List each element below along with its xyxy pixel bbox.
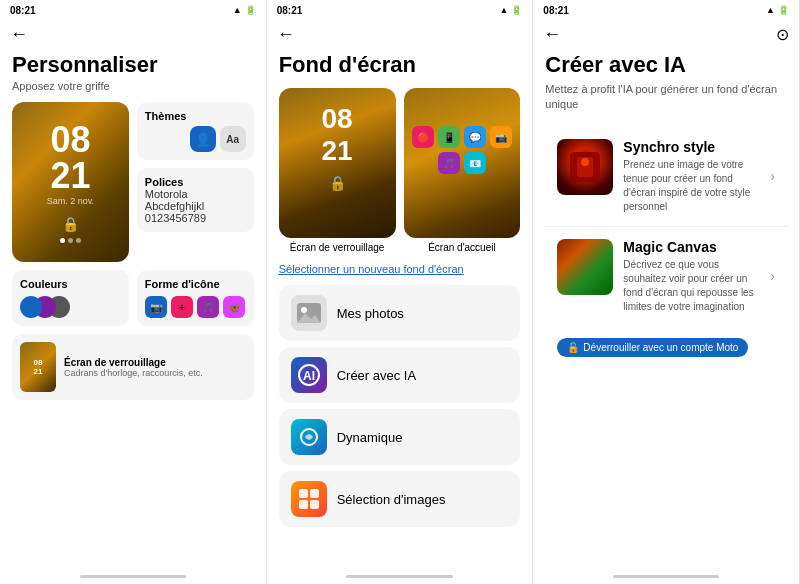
ia-img1-bg [557, 139, 613, 195]
time-3: 08:21 [543, 5, 569, 16]
app-1: 🔴 [412, 126, 434, 148]
theme-person-icon: 👤 [190, 126, 216, 152]
ia-image-synchro [557, 139, 613, 195]
battery-icon-2: 🔋 [511, 5, 522, 15]
app-icon-4: 🦋 [223, 296, 245, 318]
home-indicator-2 [346, 575, 452, 578]
couleurs-card[interactable]: Couleurs [12, 270, 129, 326]
status-bar-2: 08:21 ▲ 🔋 [267, 0, 533, 20]
ia-synchro-desc: Prenez une image de votre tenue pour cré… [623, 158, 760, 214]
circle-blue [20, 296, 42, 318]
wp-preview-lock[interactable]: 0821 🔒 [279, 88, 396, 238]
right-options: Thèmes 👤 Aa Polices Motorola Abcdefghijk… [137, 102, 254, 262]
svg-rect-6 [299, 489, 308, 498]
wp-home-container: 🔴 📱 💬 📷 🎵 📧 Écran d'accueil [404, 88, 521, 253]
back-button-2[interactable]: ← [277, 24, 295, 45]
wp-label-1: Écran de verrouillage [279, 242, 396, 253]
dot [68, 238, 73, 243]
battery-icon-3: 🔋 [778, 5, 789, 15]
app-5: 🎵 [438, 152, 460, 174]
polices-sample1: Motorola [145, 188, 246, 200]
panel1-title: Personnaliser [12, 52, 254, 78]
wp-preview-home[interactable]: 🔴 📱 💬 📷 🎵 📧 [404, 88, 521, 238]
panel3-content: Créer avec IA Mettez à profit l'IA pour … [533, 52, 799, 569]
themes-label: Thèmes [145, 110, 246, 122]
menu-icon-selection [291, 481, 327, 517]
status-icons-1: ▲ 🔋 [233, 5, 256, 15]
phone-date: Sam. 2 nov. [47, 196, 94, 206]
panel1-content: Personnaliser Apposez votre griffe 0821 … [0, 52, 266, 569]
home-indicator-3 [613, 575, 719, 578]
menu-item-photos[interactable]: Mes photos [279, 285, 521, 341]
menu-label-photos: Mes photos [337, 306, 404, 321]
themes-card[interactable]: Thèmes 👤 Aa [137, 102, 254, 160]
icone-card[interactable]: Forme d'icône 📷 + 🎵 🦋 [137, 270, 254, 326]
ia-synchro-text: Synchro style Prenez une image de votre … [623, 139, 760, 214]
back-button-1[interactable]: ← [10, 24, 28, 45]
app-icon-1: 📷 [145, 296, 167, 318]
svg-rect-9 [310, 500, 319, 509]
ecran-card-text: Écran de verrouillage Cadrans d'horloge,… [64, 357, 246, 378]
time-2: 08:21 [277, 5, 303, 16]
select-link[interactable]: Sélectionner un nouveau fond d'écran [279, 263, 521, 275]
phone-dots [60, 238, 81, 243]
home-indicator-1 [80, 575, 186, 578]
polices-sample2: Abcdefghijkl [145, 200, 246, 212]
ia-card-magic[interactable]: Magic Canvas Décrivez ce que vous souhai… [545, 227, 787, 369]
svg-rect-7 [310, 489, 319, 498]
chevron-icon-1: › [770, 168, 775, 184]
back-button-3[interactable]: ← [543, 24, 561, 45]
icone-label: Forme d'icône [145, 278, 246, 290]
ia-synchro-title: Synchro style [623, 139, 760, 155]
menu-item-selection[interactable]: Sélection d'images [279, 471, 521, 527]
profile-button[interactable]: ⊙ [776, 25, 789, 44]
panel-personnaliser: 08:21 ▲ 🔋 ← Personnaliser Apposez votre … [0, 0, 267, 584]
menu-label-dynamic: Dynamique [337, 430, 403, 445]
app-icon-2: + [171, 296, 193, 318]
theme-aa-icon: Aa [220, 126, 246, 152]
panel2-content: Fond d'écran 0821 🔒 Écran de verrouillag… [267, 52, 533, 569]
menu-icon-photos [291, 295, 327, 331]
menu-icon-dynamic [291, 419, 327, 455]
menu-label-selection: Sélection d'images [337, 492, 446, 507]
couleurs-circles [20, 296, 121, 318]
bottom-grid: Couleurs Forme d'icône 📷 + 🎵 🦋 [12, 270, 254, 326]
themes-icons: 👤 Aa [145, 126, 246, 152]
ia-img2-bg [557, 239, 613, 295]
ecran-card[interactable]: 0821 Écran de verrouillage Cadrans d'hor… [12, 334, 254, 400]
panel1-main-grid: 0821 Sam. 2 nov. 🔒 Thèmes 👤 Aa [12, 102, 254, 262]
signal-icon: ▲ [233, 5, 242, 15]
ecran-mini-time: 0821 [34, 358, 43, 376]
phone-preview[interactable]: 0821 Sam. 2 nov. 🔒 [12, 102, 129, 262]
wp-lock-time: 0821 [279, 103, 396, 167]
header-3: ← ⊙ [533, 20, 799, 52]
svg-rect-8 [299, 500, 308, 509]
ia-image-magic [557, 239, 613, 295]
menu-item-dynamic[interactable]: Dynamique [279, 409, 521, 465]
ia-card-synchro[interactable]: Synchro style Prenez une image de votre … [545, 127, 787, 227]
unlock-button[interactable]: 🔓 Déverrouiller avec un compte Moto [557, 338, 748, 357]
polices-card[interactable]: Polices Motorola Abcdefghijkl 0123456789 [137, 168, 254, 232]
battery-icon: 🔋 [245, 5, 256, 15]
wallpaper-previews: 0821 🔒 Écran de verrouillage 🔴 📱 💬 📷 🎵 📧 [279, 88, 521, 253]
menu-item-ia[interactable]: AI Créer avec IA [279, 347, 521, 403]
app-4: 📷 [490, 126, 512, 148]
panel2-title: Fond d'écran [279, 52, 521, 78]
svg-text:AI: AI [303, 369, 315, 383]
couleurs-label: Couleurs [20, 278, 121, 290]
phone-time: 0821 [50, 122, 90, 194]
ia-magic-desc: Décrivez ce que vous souhaitez voir pour… [623, 258, 760, 314]
ia-magic-text: Magic Canvas Décrivez ce que vous souhai… [623, 239, 760, 314]
app-2: 📱 [438, 126, 460, 148]
status-bar-3: 08:21 ▲ 🔋 [533, 0, 799, 20]
unlock-label: Déverrouiller avec un compte Moto [583, 342, 738, 353]
status-icons-2: ▲ 🔋 [499, 5, 522, 15]
app-6: 📧 [464, 152, 486, 174]
wp-lock-container: 0821 🔒 Écran de verrouillage [279, 88, 396, 253]
ecran-card-title: Écran de verrouillage [64, 357, 246, 368]
app-3: 💬 [464, 126, 486, 148]
panel-creer-ia: 08:21 ▲ 🔋 ← ⊙ Créer avec IA Mettez à pro… [533, 0, 800, 584]
header-2: ← [267, 20, 533, 52]
panel1-subtitle: Apposez votre griffe [12, 80, 254, 92]
app-icon-3: 🎵 [197, 296, 219, 318]
